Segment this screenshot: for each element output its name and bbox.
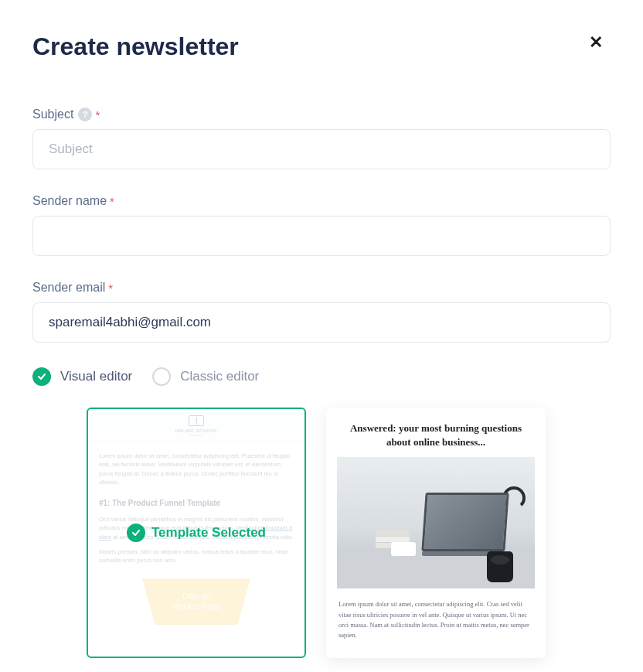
- selected-badge: Template Selected: [127, 524, 266, 542]
- template-text: Lorem ipsum dolor sit amet, consectetur …: [99, 452, 294, 486]
- template-logo-area: ONLINE SCHOOL Blueprints: [88, 409, 304, 442]
- funnel-graphic: Offer on Product Page: [142, 578, 250, 625]
- template-text: Mauris pretium, nibh ac aliquam varius, …: [99, 547, 294, 565]
- close-icon: ✕: [589, 32, 603, 52]
- selected-badge-text: Template Selected: [151, 525, 266, 541]
- required-indicator: *: [95, 108, 100, 121]
- template-heading: #1: The Product Funnel Template: [99, 497, 294, 509]
- book-icon: [189, 415, 204, 426]
- close-button[interactable]: ✕: [581, 32, 611, 53]
- template-brand-sub: Blueprints: [88, 433, 304, 437]
- sender-email-label: Sender email: [32, 281, 105, 295]
- radio-icon: [152, 367, 171, 386]
- check-icon: [32, 367, 51, 386]
- required-indicator: *: [110, 195, 114, 208]
- required-indicator: *: [108, 281, 113, 295]
- template-card-2[interactable]: Answered: your most burning questions ab…: [326, 408, 546, 658]
- subject-label: Subject: [32, 107, 73, 121]
- sender-name-input[interactable]: [32, 216, 611, 256]
- page-title: Create newsletter: [32, 32, 239, 61]
- subject-input[interactable]: [32, 129, 611, 169]
- template-card-1[interactable]: ONLINE SCHOOL Blueprints Lorem ipsum dol…: [87, 408, 306, 658]
- template-text: Lorem ipsum dolor sit amet, consectetur …: [326, 588, 546, 640]
- classic-editor-label: Classic editor: [180, 369, 259, 384]
- visual-editor-label: Visual editor: [60, 369, 132, 384]
- sender-name-label: Sender name: [32, 194, 107, 208]
- visual-editor-option[interactable]: Visual editor: [32, 367, 132, 386]
- check-icon: [127, 524, 145, 542]
- template-headline: Answered: your most burning questions ab…: [326, 408, 546, 457]
- sender-email-input[interactable]: [32, 302, 611, 343]
- help-icon[interactable]: ?: [78, 107, 92, 121]
- template-image: [337, 457, 535, 588]
- classic-editor-option[interactable]: Classic editor: [152, 367, 259, 386]
